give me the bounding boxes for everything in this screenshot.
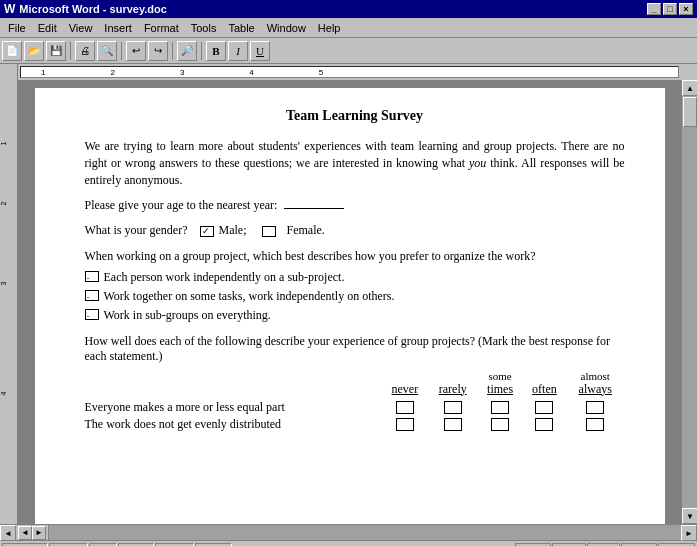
toolbar-sep4 [201, 42, 202, 60]
ruler-right [681, 64, 697, 80]
ruler-container: 1 2 3 4 5 [0, 64, 697, 80]
option-box-1[interactable] [85, 271, 99, 282]
scale-row-1-rarely[interactable] [428, 399, 477, 416]
bold-button[interactable]: B [206, 41, 226, 61]
toolbar-sep3 [172, 42, 173, 60]
gender-label: What is your gender? [85, 223, 188, 237]
ruler: 1 2 3 4 5 [20, 66, 679, 78]
vertical-scrollbar: ▲ ▼ [681, 80, 697, 524]
next-page-button[interactable]: ► [32, 526, 46, 540]
option-label-3: Work in sub-groups on everything. [104, 307, 271, 324]
scale-header-often-top [523, 370, 566, 382]
new-button[interactable]: 📄 [2, 41, 22, 61]
menu-file[interactable]: File [2, 21, 32, 35]
menu-help[interactable]: Help [312, 21, 347, 35]
scale-header-row1: some almost [85, 370, 625, 382]
scale-header-rarely: rarely [428, 382, 477, 399]
scroll-right-button[interactable]: ► [681, 525, 697, 541]
gender-male-checkbox[interactable] [200, 226, 214, 237]
status-sec: Sec 1 [49, 543, 89, 547]
scale-row-1-never[interactable] [382, 399, 429, 416]
age-blank[interactable] [284, 208, 344, 209]
gender-female-checkbox[interactable] [262, 226, 276, 237]
status-ovr: OVR [621, 543, 657, 547]
italic-button[interactable]: I [228, 41, 248, 61]
status-at: At 4" [118, 543, 153, 547]
open-button[interactable]: 📂 [24, 41, 44, 61]
option-box-3[interactable] [85, 309, 99, 320]
redo-button[interactable]: ↪ [148, 41, 168, 61]
option-box-2[interactable] [85, 290, 99, 301]
app-icon: W [4, 2, 15, 16]
minimize-button[interactable]: _ [647, 3, 661, 15]
window-title: Microsoft Word - survey.doc [19, 3, 167, 15]
scale-row-1: Everyone makes a more or less equal part [85, 399, 625, 416]
toolbar: 📄 📂 💾 🖨 🔍 ↩ ↪ 🔎 B I U [0, 38, 697, 64]
option-line-3: Work in sub-groups on everything. [85, 307, 625, 324]
toolbar-sep2 [121, 42, 122, 60]
scroll-thumb-v[interactable] [683, 97, 697, 127]
status-ln: Ln 17 [155, 543, 194, 547]
scroll-down-button[interactable]: ▼ [682, 508, 697, 524]
underline-button[interactable]: U [250, 41, 270, 61]
maximize-button[interactable]: □ [663, 3, 677, 15]
document-page: Team Learning Survey We are trying to le… [35, 88, 665, 524]
response-box-1-2[interactable] [444, 401, 462, 414]
scale-header-row2: never rarely times often always [85, 382, 625, 399]
menu-edit[interactable]: Edit [32, 21, 63, 35]
scroll-left-button[interactable]: ◄ [0, 525, 16, 541]
undo-button[interactable]: ↩ [126, 41, 146, 61]
response-box-1-4[interactable] [535, 401, 553, 414]
scale-header-rarely-top [428, 370, 477, 382]
response-box-2-5[interactable] [586, 418, 604, 431]
scale-header-sometimes: times [477, 382, 523, 399]
scroll-up-button[interactable]: ▲ [682, 80, 697, 96]
menu-insert[interactable]: Insert [98, 21, 138, 35]
main-area: 1 2 3 4 Team Learning Survey We are tryi… [0, 80, 697, 524]
close-button[interactable]: × [679, 3, 693, 15]
response-box-2-3[interactable] [491, 418, 509, 431]
scale-row-2-sometimes[interactable] [477, 416, 523, 433]
menu-window[interactable]: Window [261, 21, 312, 35]
scale-row-2-often[interactable] [523, 416, 566, 433]
save-button[interactable]: 💾 [46, 41, 66, 61]
print-button[interactable]: 🖨 [75, 41, 95, 61]
print-preview-button[interactable]: 🔍 [97, 41, 117, 61]
response-box-1-5[interactable] [586, 401, 604, 414]
left-ruler: 1 2 3 4 [0, 80, 18, 524]
menu-format[interactable]: Format [138, 21, 185, 35]
option-line-1: Each person work independently on a sub-… [85, 269, 625, 286]
age-line: Please give your age to the nearest year… [85, 198, 625, 213]
option-label-1: Each person work independently on a sub-… [104, 269, 345, 286]
response-box-2-1[interactable] [396, 418, 414, 431]
response-box-2-4[interactable] [535, 418, 553, 431]
status-page: Page 1 [2, 543, 48, 547]
intro-italic: you [469, 156, 486, 170]
scale-row-1-always[interactable] [566, 399, 624, 416]
scale-row-1-often[interactable] [523, 399, 566, 416]
scale-question-text: How well does each of the following desc… [85, 334, 625, 364]
menu-tools[interactable]: Tools [185, 21, 223, 35]
scale-row-2-never[interactable] [382, 416, 429, 433]
organize-section: When working on a group project, which b… [85, 248, 625, 323]
menu-table[interactable]: Table [222, 21, 260, 35]
scale-row-2-always[interactable] [566, 416, 624, 433]
bottom-scrollbar: ◄ ◄ ► ► [0, 524, 697, 540]
scroll-track-h [49, 525, 681, 540]
title-bar-buttons: _ □ × [647, 3, 693, 15]
scroll-track-v [682, 96, 697, 508]
organize-question: When working on a group project, which b… [85, 248, 625, 265]
prev-page-button[interactable]: ◄ [18, 526, 32, 540]
menu-bar: File Edit View Insert Format Tools Table… [0, 18, 697, 38]
ruler-corner [0, 64, 18, 80]
response-box-2-2[interactable] [444, 418, 462, 431]
menu-view[interactable]: View [63, 21, 99, 35]
scale-row-1-sometimes[interactable] [477, 399, 523, 416]
response-box-1-1[interactable] [396, 401, 414, 414]
scale-row-2: The work does not get evenly distributed [85, 416, 625, 433]
find-button[interactable]: 🔎 [177, 41, 197, 61]
response-box-1-3[interactable] [491, 401, 509, 414]
scale-row-2-rarely[interactable] [428, 416, 477, 433]
scale-empty-header [85, 370, 382, 382]
toolbar-sep1 [70, 42, 71, 60]
